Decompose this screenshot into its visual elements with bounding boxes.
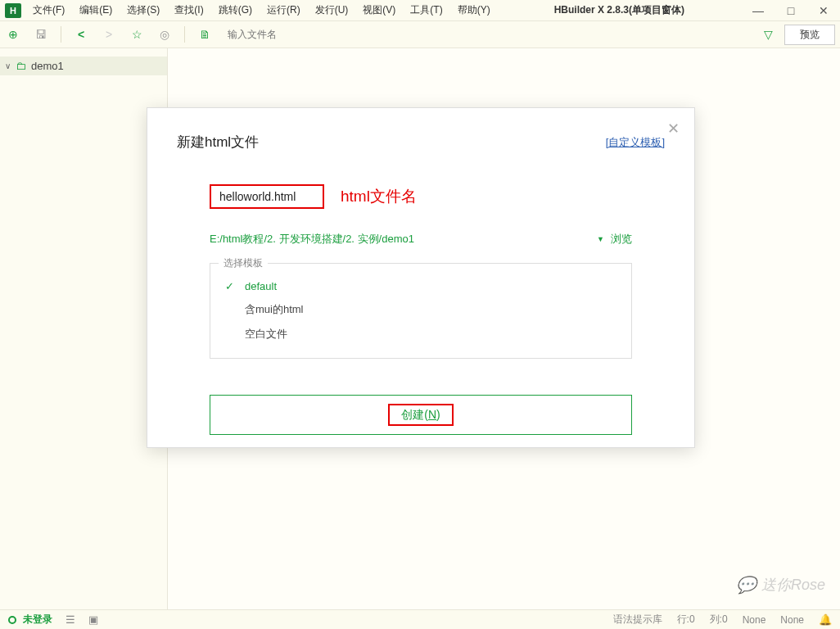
template-option-default[interactable]: ✓ default [225, 275, 616, 297]
menu-help[interactable]: 帮助(Y) [451, 2, 497, 19]
dialog-title: 新建html文件 [177, 133, 259, 152]
maximize-button[interactable]: □ [775, 0, 807, 21]
check-icon: ✓ [225, 280, 237, 292]
create-label: 创建(N) [401, 408, 440, 421]
template-legend: 选择模板 [219, 256, 268, 270]
path-display[interactable]: E:/html教程/2. 开发环境搭建/2. 实例/demo1 [210, 232, 414, 247]
terminal-icon[interactable]: ▣ [88, 613, 98, 626]
menu-file[interactable]: 文件(F) [26, 2, 71, 19]
browse-label: 浏览 [611, 232, 632, 247]
bell-icon[interactable]: 🔔 [819, 613, 832, 626]
target-icon[interactable]: ◎ [156, 26, 173, 43]
new-file-icon[interactable]: ⊕ [5, 26, 21, 43]
status-lang[interactable]: None [743, 614, 766, 626]
custom-template-link[interactable]: [自定义模板] [606, 135, 665, 150]
status-col: 列:0 [710, 613, 728, 627]
template-label: default [245, 280, 277, 292]
filename-input[interactable]: helloworld.html [210, 184, 324, 209]
template-option-blank[interactable]: 空白文件 [225, 322, 616, 346]
menu-run[interactable]: 运行(R) [260, 2, 307, 19]
nav-forward-icon[interactable]: > [101, 26, 117, 43]
toolbar: ⊕ 🖫 < > ☆ ◎ 🗎 ▽ 预览 [0, 21, 840, 48]
syntax-hint[interactable]: 语法提示库 [613, 613, 662, 627]
menu-select[interactable]: 选择(S) [120, 2, 166, 19]
separator [61, 26, 61, 43]
status-bar: 未登录 ☰ ▣ 语法提示库 行:0 列:0 None None 🔔 [0, 609, 840, 629]
status-enc[interactable]: None [780, 614, 804, 626]
template-group: 选择模板 ✓ default 含mui的html 空白文件 [210, 263, 632, 359]
menu-tool[interactable]: 工具(T) [404, 2, 449, 19]
title-bar: H 文件(F) 编辑(E) 选择(S) 查找(I) 跳转(G) 运行(R) 发行… [0, 0, 840, 21]
template-label: 含mui的html [245, 302, 304, 317]
menu-edit[interactable]: 编辑(E) [73, 2, 119, 19]
star-icon[interactable]: ☆ [129, 26, 145, 43]
template-label: 空白文件 [245, 327, 287, 342]
explorer-icon[interactable]: 🗎 [196, 26, 213, 43]
close-button[interactable]: ✕ [807, 0, 840, 21]
filename-annotation: html文件名 [341, 186, 417, 207]
watermark: 💬 送你Rose [736, 575, 825, 595]
new-file-dialog: ✕ 新建html文件 [自定义模板] helloworld.html html文… [147, 107, 695, 448]
filter-icon[interactable]: ▽ [760, 26, 776, 43]
dialog-close-icon[interactable]: ✕ [667, 120, 680, 138]
list-icon[interactable]: ☰ [65, 613, 75, 626]
login-status[interactable]: 未登录 [23, 613, 52, 627]
wechat-icon: 💬 [736, 575, 756, 595]
login-status-icon [8, 616, 16, 624]
preview-button[interactable]: 预览 [784, 25, 835, 45]
create-button[interactable]: 创建(N) [210, 395, 632, 435]
window-controls: — □ ✕ [742, 0, 840, 21]
menu-view[interactable]: 视图(V) [356, 2, 402, 19]
menu-find[interactable]: 查找(I) [168, 2, 210, 19]
menu-bar: 文件(F) 编辑(E) 选择(S) 查找(I) 跳转(G) 运行(R) 发行(U… [26, 2, 497, 19]
project-name: demo1 [31, 60, 64, 72]
status-row: 行:0 [677, 613, 695, 627]
save-icon[interactable]: 🖫 [33, 26, 49, 43]
template-option-mui[interactable]: 含mui的html [225, 297, 616, 322]
menu-publish[interactable]: 发行(U) [309, 2, 355, 19]
project-tree-item[interactable]: ∨ 🗀 demo1 [0, 57, 167, 75]
minimize-button[interactable]: — [742, 0, 775, 21]
folder-icon: 🗀 [16, 60, 26, 72]
menu-goto[interactable]: 跳转(G) [212, 2, 259, 19]
separator [184, 26, 185, 43]
app-icon: H [5, 3, 21, 18]
watermark-text: 送你Rose [761, 575, 825, 595]
browse-button[interactable]: ▼ 浏览 [597, 232, 632, 247]
project-sidebar: ∨ 🗀 demo1 [0, 48, 168, 609]
caret-down-icon: ▼ [597, 235, 604, 243]
window-title: HBuilder X 2.8.3(单项目窗体) [497, 3, 742, 17]
chevron-down-icon: ∨ [5, 61, 11, 70]
nav-back-icon[interactable]: < [73, 26, 89, 43]
file-search-input[interactable] [224, 27, 748, 42]
